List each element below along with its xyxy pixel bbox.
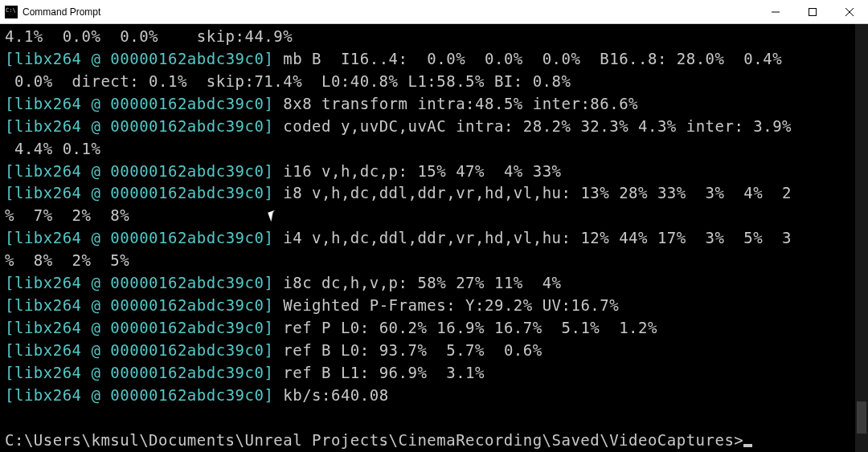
output-line: [libx264 @ 00000162abdc39c0] i8c dc,h,v,… xyxy=(5,272,850,295)
terminal-area: 4.1% 0.0% 0.0% skip:44.9%[libx264 @ 0000… xyxy=(0,24,868,452)
output-line: % 8% 2% 5% xyxy=(5,250,850,272)
app-icon xyxy=(5,6,18,18)
close-button[interactable] xyxy=(831,0,868,23)
output-line: [libx264 @ 00000162abdc39c0] ref B L1: 9… xyxy=(5,362,850,385)
terminal-output[interactable]: 4.1% 0.0% 0.0% skip:44.9%[libx264 @ 0000… xyxy=(0,24,855,452)
output-line: [libx264 @ 00000162abdc39c0] i16 v,h,dc,… xyxy=(5,161,850,183)
output-line: [libx264 @ 00000162abdc39c0] ref B L0: 9… xyxy=(5,340,850,362)
output-line: [libx264 @ 00000162abdc39c0] coded y,uvD… xyxy=(5,116,850,138)
output-line: [libx264 @ 00000162abdc39c0] i4 v,h,dc,d… xyxy=(5,227,850,250)
output-line xyxy=(5,407,850,430)
maximize-button[interactable] xyxy=(794,0,831,23)
output-line: [libx264 @ 00000162abdc39c0] kb/s:640.08 xyxy=(5,385,850,407)
prompt-line[interactable]: C:\Users\kmsul\Documents\Unreal Projects… xyxy=(5,430,850,452)
output-line: [libx264 @ 00000162abdc39c0] i8 v,h,dc,d… xyxy=(5,182,850,205)
window-controls xyxy=(757,0,868,23)
output-line: [libx264 @ 00000162abdc39c0] ref P L0: 6… xyxy=(5,317,850,340)
scrollbar-track[interactable] xyxy=(855,24,868,452)
output-line: 0.0% direct: 0.1% skip:71.4% L0:40.8% L1… xyxy=(5,71,850,93)
output-line: [libx264 @ 00000162abdc39c0] 8x8 transfo… xyxy=(5,93,850,116)
svg-rect-0 xyxy=(809,8,817,15)
output-line: [libx264 @ 00000162abdc39c0] Weighted P-… xyxy=(5,295,850,317)
window-title: Command Prompt xyxy=(23,6,757,18)
output-line: 4.4% 0.1% xyxy=(5,138,850,161)
output-line: [libx264 @ 00000162abdc39c0] mb B I16..4… xyxy=(5,48,850,71)
scrollbar-thumb[interactable] xyxy=(857,401,866,434)
title-bar[interactable]: Command Prompt xyxy=(0,0,868,24)
cursor xyxy=(743,444,752,447)
output-line: % 7% 2% 8% xyxy=(5,205,850,227)
command-prompt-window: Command Prompt 4.1% 0.0% 0.0% skip:44.9%… xyxy=(0,0,868,452)
minimize-button[interactable] xyxy=(757,0,794,23)
output-line: 4.1% 0.0% 0.0% skip:44.9% xyxy=(5,26,850,48)
